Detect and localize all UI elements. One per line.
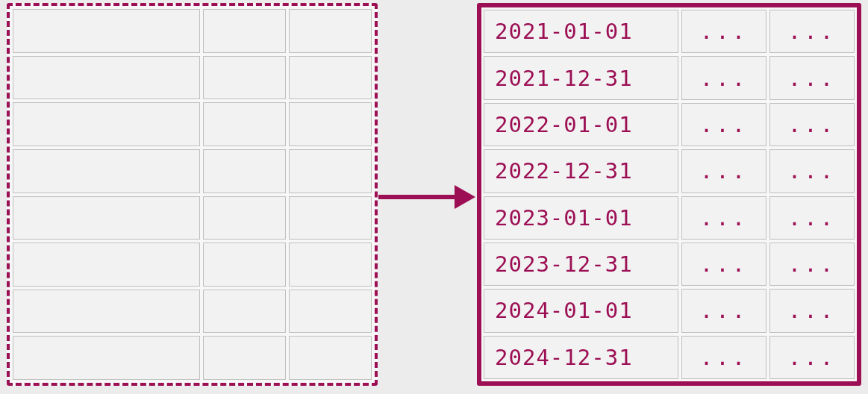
date-cell: 2022-12-31 bbox=[484, 149, 678, 193]
table-cell bbox=[289, 290, 372, 334]
table-cell bbox=[203, 243, 286, 287]
date-cell: 2021-12-31 bbox=[484, 56, 678, 99]
value-cell: ... bbox=[681, 196, 766, 240]
table-cell bbox=[13, 149, 200, 193]
table-cell bbox=[289, 196, 372, 240]
value-cell: ... bbox=[769, 243, 855, 286]
diagram-stage: 2021-01-01 ... ... 2021-12-31 ... ... 20… bbox=[0, 0, 868, 394]
table-cell bbox=[289, 336, 372, 380]
table-cell bbox=[13, 56, 200, 100]
value-cell: ... bbox=[681, 10, 766, 53]
table-cell bbox=[13, 196, 200, 240]
table-cell bbox=[13, 336, 200, 380]
table-cell bbox=[289, 243, 372, 287]
value-cell: ... bbox=[769, 149, 855, 193]
table-cell bbox=[289, 102, 372, 146]
value-cell: ... bbox=[769, 56, 855, 99]
table-cell bbox=[289, 9, 372, 53]
date-cell: 2021-01-01 bbox=[484, 10, 678, 53]
value-cell: ... bbox=[769, 196, 855, 240]
source-table-grid bbox=[13, 9, 372, 380]
source-table bbox=[7, 3, 378, 386]
table-cell bbox=[203, 9, 286, 53]
value-cell: ... bbox=[769, 103, 855, 146]
table-cell bbox=[13, 9, 200, 53]
arrow-icon bbox=[378, 184, 477, 210]
result-table-grid: 2021-01-01 ... ... 2021-12-31 ... ... 20… bbox=[484, 10, 855, 379]
arrow-head bbox=[455, 185, 475, 209]
value-cell: ... bbox=[681, 289, 766, 332]
value-cell: ... bbox=[681, 149, 766, 193]
date-cell: 2022-01-01 bbox=[484, 103, 678, 146]
value-cell: ... bbox=[681, 103, 766, 146]
arrow-line bbox=[378, 195, 462, 199]
value-cell: ... bbox=[681, 56, 766, 99]
table-cell bbox=[203, 56, 286, 100]
date-cell: 2024-12-31 bbox=[484, 336, 678, 379]
value-cell: ... bbox=[681, 336, 766, 379]
table-cell bbox=[13, 243, 200, 287]
result-table: 2021-01-01 ... ... 2021-12-31 ... ... 20… bbox=[477, 3, 861, 386]
table-cell bbox=[203, 149, 286, 193]
value-cell: ... bbox=[769, 10, 855, 53]
table-cell bbox=[13, 290, 200, 334]
date-cell: 2023-01-01 bbox=[484, 196, 678, 240]
table-cell bbox=[203, 196, 286, 240]
value-cell: ... bbox=[769, 289, 855, 332]
table-cell bbox=[203, 290, 286, 334]
date-cell: 2023-12-31 bbox=[484, 243, 678, 286]
table-cell bbox=[13, 102, 200, 146]
table-cell bbox=[289, 149, 372, 193]
value-cell: ... bbox=[769, 336, 855, 379]
date-cell: 2024-01-01 bbox=[484, 289, 678, 332]
table-cell bbox=[203, 102, 286, 146]
value-cell: ... bbox=[681, 243, 766, 286]
table-cell bbox=[289, 56, 372, 100]
table-cell bbox=[203, 336, 286, 380]
